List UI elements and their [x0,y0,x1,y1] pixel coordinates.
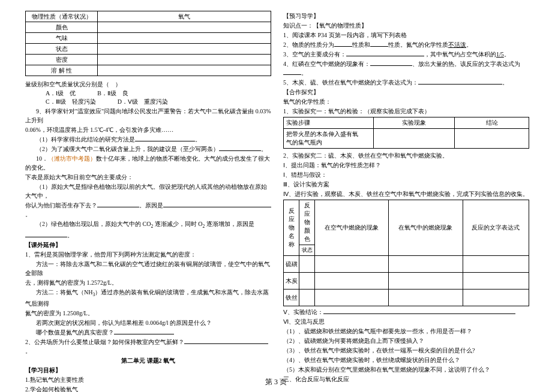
preview-heading: 【预习导学】 [283,11,529,20]
ext-q1: 若两次测定的状况相同，你认为结果相差 0.0064g/l 的原因是什么？ [25,318,271,327]
exp2-heading: 2、实验探究二：硫、木炭、铁丝在空气中和氧气中燃烧实验。 [283,151,529,160]
prop-row-density: 密度 [26,55,98,65]
period: 。 [25,211,31,218]
blank [283,68,301,75]
reflect-4: （4）、铁丝在氧气中燃烧实验时，铁丝绕成螺旋状的目的是什么？ [283,355,529,364]
q10-sub2-text3: 逐渐增加，原因是 [205,221,254,227]
exp1-step-l2: 气的集气瓶内 [286,138,371,147]
r-l3a: 3、空气的主要成分有： [283,51,346,58]
rxn-h-b2: 物 颜 [301,218,313,235]
blank [25,231,67,237]
blank [370,59,412,66]
property-table: 物理性质（通常状况） 氧气 颜色 气味 状态 密度 溶 解 性 [25,11,271,76]
r-line1: 1、阅读课本 P34 页第一段内容，填写下列表格 [283,31,529,40]
r-l3c: 1/5 [496,51,504,58]
q9-sub2: （2）为了减缓大气中二氧化碳含量上升，我的建议是（至少写两条）。 [25,144,271,153]
q10-sub1b: 你认为他们能否生存下去？。原因是。 [25,201,271,219]
exp1-step: 把带火星的木条伸入盛有氧 气的集气瓶内 [284,129,374,149]
prop-row-solubility: 溶 解 性 [26,65,98,76]
r-line4: 4、红磷在空气中燃烧的现象有：、放出大量的热。该反应的文字表达式为。 [283,59,529,77]
rxn-h-substance: 反 应 物 名 称 [284,200,299,256]
rxn-row-iron: 铁丝 [284,290,299,306]
rxn-h-a2: 物 名 [285,224,298,240]
r-l2a: 2、物质的性质分为 [283,41,334,48]
r-l3b: ，其中氧气约占空气体积的 [424,51,496,58]
exp2-3: Ⅲ、设计实验方案 [283,180,529,189]
reflect-5: （5）木炭和硫分别在空气里燃烧和在氧气里燃烧的现象不同，这说明了什么？ [283,365,529,374]
q10-sub2: （2）绿色植物出现以后，原始大气中的 CO2 逐渐减少，同时 O2 逐渐增加，原… [25,219,271,240]
goals-heading: 【学习目标】 [25,366,271,375]
exp2-4: Ⅳ、进行实验，观察硫、木炭、铁丝在空气中和氧气中燃烧实验，完成下列实验信息的收集… [283,189,529,198]
left-column: 物理性质（通常状况） 氧气 颜色 气味 状态 密度 溶 解 性 量级别和空气质量… [25,11,271,392]
period: 。 [67,232,73,239]
r-l2b: 性质和 [352,41,370,48]
blank [346,50,424,56]
exp2-1: Ⅰ、提出问题：氧气的化学性质怎样？ [283,161,529,170]
blank [370,40,388,47]
rxn-h-state: 状态 [299,245,315,256]
rxn-h-oxygen: 在氧气中的燃烧现象 [389,200,463,256]
q9-sub1: （1）科学家得出此结论的研究方法是。 [25,135,271,144]
blank [184,337,268,344]
blank [163,201,271,207]
q10-highlight: （潍坊市中考题） [48,155,96,162]
coop-heading: 【合作探究】 [283,88,529,97]
blank [135,135,195,141]
exp1-table: 实验步骤 实验现象 结论 把带火星的木条伸入盛有氧 气的集气瓶内 [283,117,529,149]
blank [334,40,352,47]
q10-sub1c-text: 。原因是 [139,202,163,209]
rxn-h-a3: 称 [285,240,298,249]
q9-sub1-text: （1）科学家得出此结论的研究方法是 [36,136,135,143]
blank [323,307,515,314]
rxn-h-a1: 反 应 [285,207,298,224]
ext-m2-text1: 方法二：将氨气（NH [36,289,92,295]
r-l2c: 性质。氮气的化学性质 [388,41,448,48]
rxn-h-expr: 反应的文字表达式 [463,200,529,256]
option-c: C．Ⅲ级 轻度污染 [46,98,96,106]
rxn-row-charcoal: 木炭 [284,273,299,290]
q9-line1: 9、科学家针对"温室效应"问题向地球公民发出严重警告：若大气中二氧化碳含量由 0… [25,107,271,125]
r-line3: 3、空气的主要成分有：，其中氧气约占空气体积的1/5。 [283,50,529,59]
period: 。 [25,348,31,354]
concl-label: Ⅴ、实验结论： [283,309,323,315]
blank [114,328,174,334]
prop-row-smell: 气味 [26,33,98,44]
prop-row-color: 颜色 [26,22,98,33]
knowledge-point-1: 知识点一：【氧气的物理性质】 [283,21,529,30]
extension-heading: 【课外延伸】 [25,240,271,249]
blank [219,144,261,151]
ext-m1b: 去，测得氮气的密度为 1.2572g/L。 [25,278,271,287]
ext-2: 2、公共场所为什么要禁止吸烟？如何保持教室内空气新鲜？。 [25,337,271,355]
question-intro: 量级别和空气质量状况分别是（ ） [25,80,271,89]
right-column: 【预习导学】 知识点一：【氧气的物理性质】 1、阅读课本 P34 页第一段内容，… [283,11,529,392]
reflect-heading: Ⅵ、交流与反思 [283,317,529,326]
rxn-h-color: 反 应 物 颜 色 [299,200,315,245]
q10-sub2-text1: （2）绿色植物出现以后，原始大气中的 CO [36,221,151,227]
r-l4a: 4、红磷在空气中燃烧的现象有： [283,61,370,67]
reflect-1: （1）、硫燃烧和铁丝燃烧的集气瓶中都要先放一些水，作用是否一样？ [283,327,529,336]
r-l2d: 不活泼 [448,41,466,48]
q9-line2: 0.06%，环境温度将上升 1.5℃-4℃，会引发许多灾难…… [25,125,271,134]
options-row-1: A．Ⅰ级 优 B．Ⅱ级 良 [25,89,271,98]
period: 。 [504,51,510,58]
r-line2: 2、物质的性质分为性质和性质。氮气的化学性质不活泼。 [283,40,529,49]
ext-m2b: 氮气的密度为 1.2508g/L。 [25,309,271,318]
ext-m1a: 方法一：将除去水蒸气和二氧化碳的空气通过烧红的装有铜屑的玻璃管，使空气中的氧气全… [25,260,271,278]
rxn-row-sulfur: 硫磺 [284,256,299,273]
reaction-table: 反 应 物 名 称 反 应 物 颜 色 在空气中燃烧的现象 在氧气中的燃烧现象 … [283,200,529,306]
q10-line1: 10．（潍坊市中考题）数十亿年来，地球上的物质不断地变化。大气的成分也发生了很大… [25,154,271,172]
q10-sub1b-text: 你认为他们能否生存下去？ [25,202,97,209]
exp2-2: Ⅰ、猜想与假设： [283,170,529,179]
exp1-heading: 1、实验探究一：氧气的检验：（观察实验后完成下表） [283,107,529,116]
ext-m2: 方法二：将氨气（NH3）通过赤热的装有氧化铜的玻璃管，生成氮气和水蒸气，除去水蒸… [25,288,271,308]
period: 。 [301,70,307,76]
r-line5: 5、木炭、硫、铁丝在氧气中燃烧的文字表达式为：。 [283,78,529,87]
rxn-h-air: 在空气中燃烧的现象 [315,200,389,256]
reflect-2: （2）、硫磺燃烧为何要将燃烧匙自上而下缓慢插入？ [283,336,529,345]
options-row-2: C．Ⅲ级 轻度污染 D．Ⅴ级 重度污染 [25,98,271,106]
unit-title: 第二单元 课题2 氧气 [25,356,271,365]
prop-header-2: 氧气 [98,11,271,22]
prop-header-1: 物理性质（通常状况） [26,11,98,22]
coop-sub: 氧气的化学性质： [283,97,529,106]
r-l4b: 、放出大量的热。该反应的文字表达式为 [412,61,520,67]
